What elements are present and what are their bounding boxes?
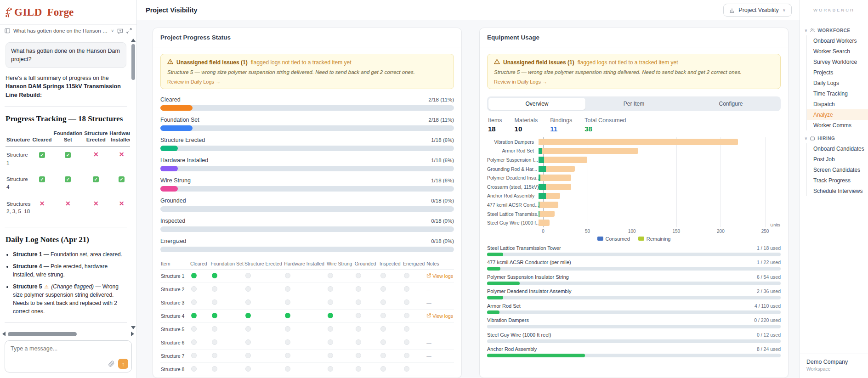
user-message: What has gotten done on the Hanson Dam p… <box>6 42 126 68</box>
status-dot-empty <box>245 286 251 292</box>
view-logs-link[interactable]: View logs <box>426 273 453 279</box>
progress-bar-label: Grounded <box>160 197 186 204</box>
sidebar-item-schedule-interviews[interactable]: Schedule Interviews <box>807 186 868 196</box>
view-dropdown-button[interactable]: Project Visibility ∨ <box>723 4 792 17</box>
sidebar-section-label: WORKFORCE <box>817 28 850 33</box>
tab-configure[interactable]: Configure <box>682 98 779 110</box>
sidebar-item-onboard-candidates[interactable]: Onboard Candidates <box>807 143 868 154</box>
message-input[interactable] <box>10 344 127 358</box>
chat-thread-selector[interactable]: What has gotten done on the Hanson Dam p… <box>0 25 136 37</box>
review-daily-logs-link[interactable]: Review in Daily Logs → <box>167 79 447 85</box>
workspace-footer[interactable]: Demo Company Workspace <box>800 354 868 378</box>
scroll-down-icon[interactable] <box>131 326 136 329</box>
logo: GILD Forge <box>0 0 136 25</box>
logo-text-forge: Forge <box>47 6 74 18</box>
chart-segment-remaining <box>539 139 738 145</box>
status-dot-empty <box>404 353 409 358</box>
expand-icon[interactable] <box>126 28 132 34</box>
sidebar-item-track-progress[interactable]: Track Progress <box>807 175 868 186</box>
structure-label: Structure 1 <box>6 146 31 171</box>
status-dot-empty <box>285 339 290 345</box>
x-tick-label: 100 <box>628 229 636 234</box>
alert-title: Unassigned field issues (1) <box>503 59 574 66</box>
usage-item-value: 1 / 22 used <box>757 260 781 265</box>
usage-row: 477 kcmil ACSR Conductor (per mile)1 / 2… <box>487 260 781 271</box>
status-dot-empty <box>212 353 217 358</box>
tab-per-item[interactable]: Per Item <box>585 98 682 110</box>
stat-label: Materials <box>515 117 538 124</box>
progress-bar-row: Wire Strung1/18 (6%) <box>160 177 454 192</box>
chart-segment-consumed <box>539 184 546 190</box>
progress-bar-label: Inspected <box>160 218 185 224</box>
stat-label: Items <box>488 117 502 124</box>
chat-thread-title[interactable]: What has gotten done on the Hanson Dam p… <box>13 28 108 34</box>
scroll-right-icon[interactable] <box>131 332 134 336</box>
status-dot-empty <box>328 286 333 292</box>
sidebar-item-time-tracking[interactable]: Time Tracking <box>807 88 868 99</box>
cross-icon: ✕ <box>65 200 71 207</box>
status-dot-empty <box>380 339 386 345</box>
status-item-label: Structure 4 <box>160 310 190 323</box>
send-button[interactable]: ↑ <box>118 359 128 369</box>
scroll-left-icon[interactable] <box>2 332 6 336</box>
progress-bar-label: Foundation Set <box>160 117 199 123</box>
chat-vertical-scrollbar[interactable] <box>130 37 136 330</box>
no-notes-dash: — <box>426 340 431 345</box>
sidebar-item-onboard-workers[interactable]: Onboard Workers <box>807 35 868 46</box>
status-column-header: Notes <box>426 258 454 270</box>
panel-toggle-icon[interactable] <box>5 28 10 34</box>
log-item: Structure 1 — Foundation set, area clear… <box>13 250 127 259</box>
table-row: Structure 1✓✓✕✕ <box>6 146 130 171</box>
scroll-up-icon[interactable] <box>131 39 136 42</box>
daily-log-list: Structure 1 — Foundation set, area clear… <box>5 250 127 316</box>
view-logs-label: View logs <box>432 273 453 279</box>
sidebar-item-daily-logs[interactable]: Daily Logs <box>807 78 868 88</box>
sidebar-item-screen-candidates[interactable]: Screen Candidates <box>807 164 868 175</box>
main-area: Project Visibility Project Visibility ∨ … <box>137 0 800 378</box>
progress-bar-value: 2/18 (11%) <box>429 117 454 123</box>
chart-segment-remaining <box>540 175 571 181</box>
status-dot-done <box>328 313 333 318</box>
usage-item-name: 477 kcmil ACSR Conductor (per mile) <box>487 260 571 265</box>
review-daily-logs-link[interactable]: Review in Daily Logs → <box>494 79 774 85</box>
divider <box>5 227 127 227</box>
sidebar-item-analyze[interactable]: Analyze <box>807 109 868 120</box>
attachment-icon[interactable] <box>108 360 115 369</box>
sidebar-item-projects[interactable]: Projects <box>807 67 868 78</box>
sidebar-item-dispatch[interactable]: Dispatch <box>807 99 868 109</box>
view-logs-link[interactable]: View logs <box>426 313 453 319</box>
assistant-intro: Here's a full summary of progress on the… <box>6 74 126 99</box>
stat-label: Bindings <box>550 117 572 124</box>
workspace-label: Workspace <box>806 366 862 372</box>
x-tick-label: 50 <box>585 229 590 234</box>
vertical-scroll-thumb[interactable] <box>131 44 135 80</box>
usage-item-value: 1 / 18 used <box>757 245 781 251</box>
chat-horizontal-scrollbar[interactable] <box>0 330 136 338</box>
chart-category-label: Polymer Deadend Insu... <box>487 175 539 181</box>
sidebar-item-survey-workforce[interactable]: Survey Workforce <box>807 56 868 67</box>
chart-bar-row: Crossarm (steel, 115kV) <box>487 182 781 192</box>
progress-bar-value: 1/18 (6%) <box>431 178 454 183</box>
sidebar-item-post-job[interactable]: Post Job <box>807 154 868 164</box>
no-notes-dash: — <box>426 353 431 359</box>
usage-item-value: 6 / 54 used <box>757 274 781 280</box>
progress-bar-track <box>160 247 454 252</box>
status-item-label: Structure 1 <box>160 270 190 283</box>
warning-icon <box>167 59 173 66</box>
sidebar-section-workforce[interactable]: ∨WORKFORCE <box>805 26 868 35</box>
status-dot-done <box>191 313 197 318</box>
progress-bar-track <box>160 206 454 212</box>
progress-card-body: Unassigned field issues (1) flagged logs… <box>153 47 461 378</box>
sidebar-item-worker-search[interactable]: Worker Search <box>807 46 868 56</box>
sidebar-item-worker-comms[interactable]: Worker Comms <box>807 120 868 130</box>
message-input-box[interactable]: ↑ <box>5 340 132 372</box>
chevron-down-icon[interactable]: ∨ <box>111 28 114 33</box>
tab-overview[interactable]: Overview <box>488 98 585 110</box>
usage-item-name: Armor Rod Set <box>487 303 521 309</box>
sidebar-section-hiring[interactable]: ∨HIRING <box>805 134 868 143</box>
chart-bar-row: Grounding Rod & Har... <box>487 164 781 174</box>
progress-tracking-heading: Progress Tracking — 18 Structures <box>6 113 126 125</box>
horizontal-scroll-thumb[interactable] <box>8 332 77 336</box>
status-dot-done <box>285 313 290 318</box>
new-chat-icon[interactable] <box>117 28 123 34</box>
